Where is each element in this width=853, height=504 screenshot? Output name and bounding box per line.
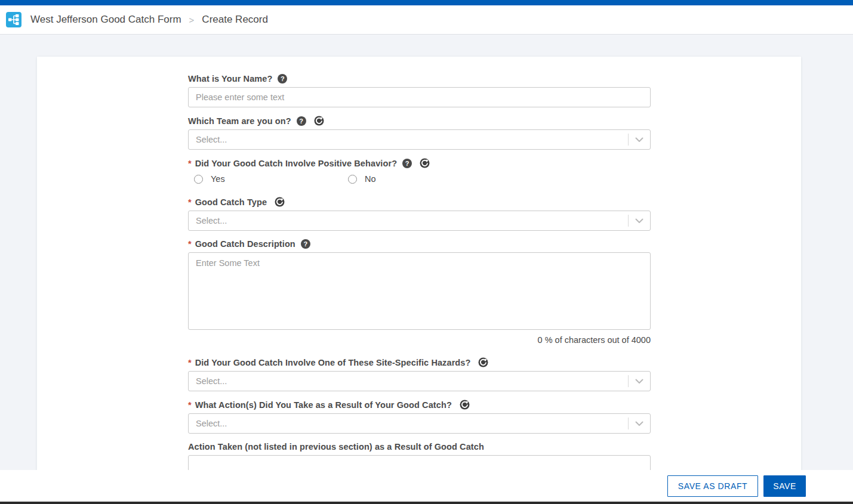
select-placeholder: Select... [196, 216, 628, 225]
field-label: Action Taken (not listed in previous sec… [188, 442, 484, 452]
required-asterisk: * [188, 197, 192, 207]
select-placeholder: Select... [196, 135, 628, 144]
chevron-down-icon[interactable] [629, 218, 650, 224]
field-positive-behavior: * Did Your Good Catch Involve Positive B… [188, 158, 651, 184]
help-icon[interactable]: ? [402, 159, 412, 168]
field-label: Good Catch Description [195, 239, 295, 249]
field-label-row: What is Your Name? ? [188, 74, 651, 84]
refresh-circle-icon[interactable] [275, 197, 285, 207]
field-what-is-your-name: What is Your Name? ? [188, 74, 651, 107]
radio-label: Yes [211, 174, 225, 184]
radio-option-yes[interactable]: Yes [194, 174, 348, 184]
field-label-row: * Did Your Good Catch Involve One of The… [188, 357, 651, 367]
name-input[interactable] [188, 87, 651, 107]
radio-option-no[interactable]: No [348, 174, 376, 184]
field-label: Which Team are you on? [188, 116, 291, 126]
field-good-catch-description: * Good Catch Description ? 0 % of charac… [188, 239, 651, 345]
field-label: What Action(s) Did You Take as a Result … [195, 400, 452, 410]
required-asterisk: * [188, 159, 192, 168]
field-label: Did Your Good Catch Involve Positive Beh… [195, 159, 397, 168]
chevron-down-icon[interactable] [629, 137, 650, 143]
field-label-row: * What Action(s) Did You Take as a Resul… [188, 400, 651, 410]
chevron-down-icon[interactable] [629, 421, 650, 426]
field-which-team: Which Team are you on? ? Select... [188, 116, 651, 150]
form-hierarchy-icon [6, 12, 21, 27]
description-textarea[interactable] [188, 252, 651, 330]
help-icon[interactable]: ? [301, 239, 310, 249]
field-good-catch-type: * Good Catch Type Select... [188, 197, 651, 231]
help-icon[interactable]: ? [297, 116, 306, 126]
help-icon[interactable]: ? [278, 74, 287, 84]
hazards-select[interactable]: Select... [188, 371, 651, 391]
field-label-row: * Did Your Good Catch Involve Positive B… [188, 158, 651, 168]
top-accent-bar [0, 0, 853, 5]
field-label-row: * Good Catch Type [188, 197, 651, 207]
breadcrumb: West Jefferson Good Catch Form > Create … [0, 5, 853, 35]
breadcrumb-page-title: Create Record [202, 14, 268, 26]
breadcrumb-separator-icon: > [189, 15, 195, 25]
select-placeholder: Select... [196, 419, 628, 428]
required-asterisk: * [188, 400, 192, 410]
save-button[interactable]: SAVE [763, 475, 806, 497]
chevron-down-icon[interactable] [629, 379, 650, 384]
required-asterisk: * [188, 358, 192, 367]
save-as-draft-button[interactable]: SAVE AS DRAFT [667, 475, 758, 497]
radio-group-positive-behavior: Yes No [188, 174, 651, 184]
actions-select[interactable]: Select... [188, 413, 651, 434]
field-site-specific-hazards: * Did Your Good Catch Involve One of The… [188, 357, 651, 391]
team-select[interactable]: Select... [188, 129, 651, 150]
good-catch-type-select[interactable]: Select... [188, 211, 651, 231]
refresh-circle-icon[interactable] [460, 400, 470, 410]
form-column: What is Your Name? ? Which Team are you … [188, 57, 651, 475]
field-label: What is Your Name? [188, 74, 272, 84]
character-counter: 0 % of characters out of 4000 [188, 335, 651, 345]
field-label-row: Action Taken (not listed in previous sec… [188, 442, 651, 452]
field-label: Good Catch Type [195, 197, 267, 207]
refresh-circle-icon[interactable] [420, 158, 430, 168]
required-asterisk: * [188, 239, 192, 249]
radio-icon[interactable] [194, 175, 203, 184]
field-actions-taken: * What Action(s) Did You Take as a Resul… [188, 400, 651, 434]
field-label-row: Which Team are you on? ? [188, 116, 651, 126]
refresh-circle-icon[interactable] [314, 116, 324, 126]
select-placeholder: Select... [196, 376, 628, 386]
refresh-circle-icon[interactable] [478, 357, 488, 367]
field-label: Did Your Good Catch Involve One of These… [195, 358, 471, 367]
footer-action-bar: SAVE AS DRAFT SAVE [0, 470, 853, 504]
field-label-row: * Good Catch Description ? [188, 239, 651, 249]
breadcrumb-app-title[interactable]: West Jefferson Good Catch Form [30, 14, 181, 26]
radio-label: No [365, 174, 376, 184]
radio-icon[interactable] [348, 175, 357, 184]
form-card: What is Your Name? ? Which Team are you … [37, 57, 801, 504]
